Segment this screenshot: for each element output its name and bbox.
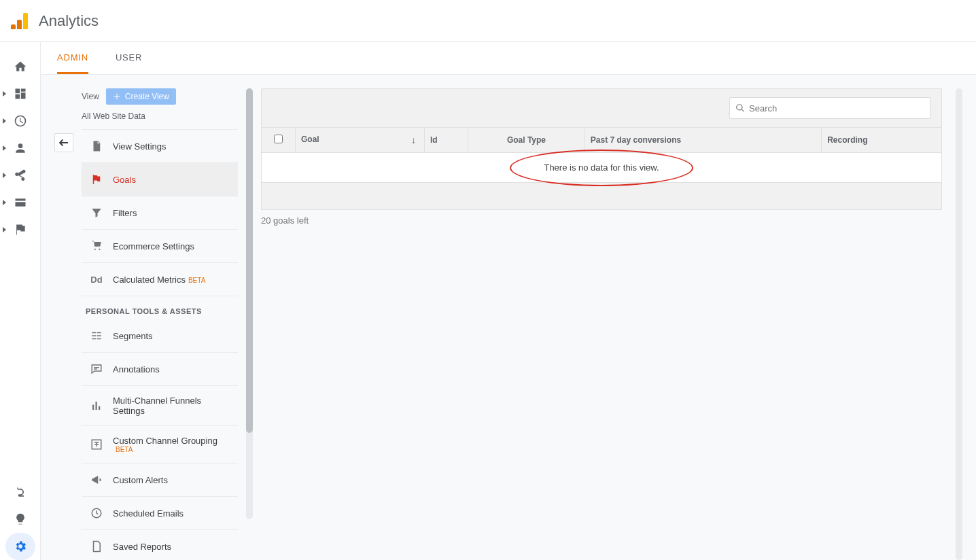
chevron-right-icon (3, 91, 6, 97)
goals-content: Goal↓ Id Goal Type Past 7 day conversion… (261, 88, 942, 560)
col-past7[interactable]: Past 7 day conversions (585, 128, 821, 153)
nav-label: Filters (113, 208, 137, 218)
person-icon (14, 141, 27, 155)
back-arrow-icon (58, 139, 70, 147)
nav-label: Goals (113, 175, 136, 185)
tab-user[interactable]: USER (116, 42, 142, 74)
tab-admin[interactable]: ADMIN (57, 42, 88, 74)
nav-annotations[interactable]: Annotations (82, 353, 238, 386)
nav-view-settings[interactable]: View Settings (82, 130, 238, 163)
gear-icon (14, 540, 27, 553)
view-name[interactable]: All Web Site Data (82, 111, 238, 130)
rail-conversions[interactable] (0, 216, 40, 243)
funnel-icon (90, 206, 103, 220)
goals-left: 20 goals left (261, 215, 942, 226)
nav-label: Annotations (113, 364, 160, 374)
nav-label: Segments (113, 331, 153, 341)
nav-label: Saved Reports (113, 542, 171, 552)
table-footer (261, 183, 942, 210)
admin-tabs: ADMIN USER (41, 42, 976, 75)
chevron-right-icon (3, 173, 6, 178)
segments-icon (90, 329, 103, 343)
sidebar-scrollbar[interactable] (246, 88, 253, 519)
product-name: Analytics (39, 12, 99, 30)
nav-custom-channel[interactable]: Custom Channel GroupingBETA (82, 426, 238, 463)
flag-icon (14, 223, 27, 237)
top-bar: Analytics (0, 0, 976, 42)
rail-reports[interactable] (0, 80, 40, 107)
megaphone-icon (90, 473, 103, 487)
bar-chart-icon (90, 399, 103, 413)
nav-label: View Settings (113, 141, 167, 152)
flag-icon (90, 173, 103, 186)
path-icon (14, 485, 27, 499)
nav-filters[interactable]: Filters (82, 196, 238, 230)
plus-icon (113, 92, 121, 101)
nav-label: Ecommerce Settings (113, 241, 194, 251)
comment-icon (90, 362, 103, 376)
col-goal-type[interactable]: Goal Type (468, 128, 585, 153)
file-icon (90, 540, 103, 553)
nav-custom-alerts[interactable]: Custom Alerts (82, 463, 238, 497)
clock-icon (90, 506, 103, 520)
content-scrollbar[interactable] (956, 88, 962, 560)
nav-label: Multi-Channel Funnels Settings (113, 396, 230, 416)
nav-calculated-metrics[interactable]: Dd Calculated MetricsBETA (82, 263, 238, 296)
select-all-checkbox[interactable] (274, 135, 283, 143)
col-recording[interactable]: Recording (822, 128, 942, 153)
chevron-right-icon (3, 145, 6, 151)
rail-discover[interactable] (0, 506, 40, 533)
nav-label: Custom Channel GroupingBETA (113, 436, 217, 453)
rail-attribution[interactable] (0, 478, 40, 506)
rail-home[interactable] (0, 53, 40, 80)
nav-rail (0, 42, 41, 560)
nav-label: Custom Alerts (113, 475, 168, 485)
clock-icon (14, 114, 27, 128)
nav-goals[interactable]: Goals (82, 163, 238, 196)
search-box[interactable] (729, 97, 930, 119)
chevron-right-icon (3, 118, 6, 124)
document-icon (90, 139, 103, 153)
home-icon (14, 60, 27, 73)
rail-behavior[interactable] (0, 189, 40, 216)
rail-realtime[interactable] (0, 107, 40, 135)
lightbulb-icon (14, 512, 27, 526)
col-id[interactable]: Id (425, 128, 468, 153)
empty-message: There is no data for this view. (544, 162, 659, 173)
nav-saved-reports[interactable]: Saved Reports (82, 530, 238, 560)
nav-multi-channel[interactable]: Multi-Channel Funnels Settings (82, 386, 238, 426)
chevron-right-icon (3, 227, 6, 232)
rail-admin[interactable] (5, 533, 35, 560)
nav-scheduled-emails[interactable]: Scheduled Emails (82, 497, 238, 530)
search-input[interactable] (749, 103, 924, 113)
create-view-button[interactable]: Create View (106, 88, 176, 105)
share-icon (14, 169, 27, 182)
analytics-logo-icon (11, 13, 28, 29)
chevron-right-icon (3, 200, 6, 205)
create-view-label: Create View (125, 92, 169, 101)
cart-icon (90, 239, 103, 253)
grouping-icon (90, 438, 103, 451)
sort-down-icon: ↓ (411, 135, 416, 145)
empty-row: There is no data for this view. (262, 153, 942, 183)
back-button[interactable] (54, 133, 73, 152)
rail-acquisition[interactable] (0, 162, 40, 189)
goals-table: Goal↓ Id Goal Type Past 7 day conversion… (261, 127, 942, 183)
nav-label: Calculated MetricsBETA (113, 275, 205, 285)
nav-ecommerce[interactable]: Ecommerce Settings (82, 230, 238, 263)
col-goal[interactable]: Goal↓ (296, 128, 425, 153)
nav-label: Scheduled Emails (113, 508, 184, 519)
nav-section-header: PERSONAL TOOLS & ASSETS (82, 296, 238, 319)
nav-segments[interactable]: Segments (82, 319, 238, 353)
rail-audience[interactable] (0, 135, 40, 162)
view-label: View (82, 92, 99, 101)
dashboard-icon (14, 87, 27, 101)
search-icon (735, 103, 745, 113)
card-icon (14, 196, 27, 209)
view-sidebar: View Create View All Web Site Data View … (82, 88, 238, 560)
dd-icon: Dd (90, 273, 103, 286)
